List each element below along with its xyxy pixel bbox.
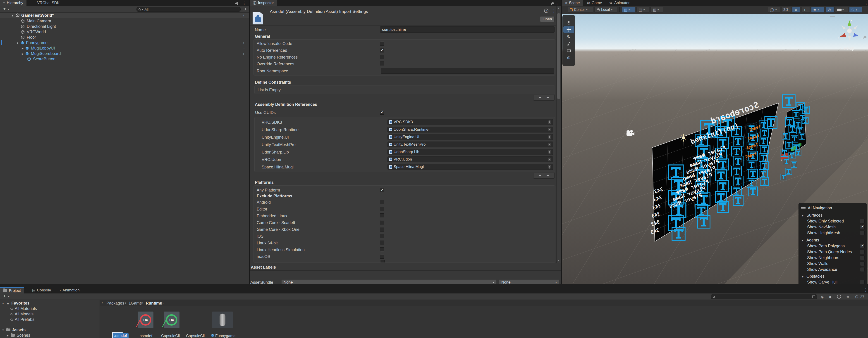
open-search-window-icon[interactable] (812, 296, 815, 298)
orientation-gizmo[interactable] (836, 17, 864, 44)
hierarchy-item-mugilobbyui[interactable]: MugiLobbyUI (0, 45, 249, 51)
object-picker-icon[interactable] (548, 165, 551, 169)
reference-object-field[interactable]: UnityEngine.UI (388, 134, 553, 140)
projection-label[interactable]: < Persp (840, 46, 855, 51)
gizmo-overlay-handle[interactable] (830, 15, 835, 17)
tab-hierarchy[interactable]: ≡Hierarchy (0, 0, 27, 6)
inspector-header-menu-icon[interactable]: ⋮ (552, 9, 556, 13)
reference-object-field[interactable]: Space.Hiina.Mugi (388, 164, 553, 170)
reference-object-field[interactable]: UdonSharp.Lib (388, 149, 553, 155)
show-heightmesh-row[interactable]: Show HeightMesh (799, 230, 867, 236)
platform-checkbox-partial[interactable] (380, 260, 384, 263)
all-materials-item[interactable]: All Materials (0, 306, 100, 311)
agents-section[interactable]: Agents (799, 237, 867, 243)
show-neighbours-row[interactable]: Show Neighbours (799, 255, 867, 261)
scrollbar-thumb[interactable] (557, 13, 560, 99)
favorites-filter-icon[interactable]: ★ (846, 294, 850, 299)
chevron-down-icon[interactable] (16, 41, 19, 45)
transform-tool-button[interactable]: ⊕ (563, 54, 574, 61)
breadcrumb-packages[interactable]: Packages (106, 301, 124, 306)
remove-button[interactable] (547, 173, 549, 178)
overlay-drag-handle[interactable] (801, 207, 806, 209)
show-avoidance-row[interactable]: Show Avoidance (799, 267, 867, 272)
platform-checkbox[interactable] (380, 241, 384, 245)
platform-checkbox[interactable] (380, 247, 384, 252)
platform-checkbox[interactable] (380, 234, 384, 238)
scene-menu-icon[interactable]: ⋮ (864, 1, 868, 6)
asset-capsule-script-1[interactable] (164, 311, 180, 328)
reference-object-field[interactable]: Unity.TextMeshPro (388, 141, 553, 147)
project-create-caret-icon[interactable]: ▾ (8, 295, 9, 298)
show-only-selected-row[interactable]: Show Only Selected (799, 218, 867, 224)
show-path-polygons-row[interactable]: Show Path Polygons (799, 243, 867, 249)
object-picker-icon[interactable] (548, 158, 551, 161)
scene-row-menu-icon[interactable]: ⋮ (242, 13, 246, 18)
favorites-item[interactable]: ★Favorites (0, 301, 100, 306)
hierarchy-item-directional-light[interactable]: Directional Light (0, 24, 249, 29)
checkbox[interactable] (860, 244, 865, 248)
object-picker-icon[interactable] (548, 128, 551, 131)
auto-referenced-checkbox[interactable] (380, 48, 384, 53)
asset-label[interactable]: CapsuleCli... (186, 334, 208, 338)
scale-tool-button[interactable] (563, 40, 574, 47)
reference-object-field[interactable]: VRC.SDK3 (388, 119, 553, 125)
asset-label-selected[interactable]: asmdef (113, 333, 129, 338)
orientation-button[interactable]: Local▾ (594, 7, 617, 13)
2d-toggle-button[interactable]: 2D (781, 7, 791, 13)
chevron-right-icon[interactable] (22, 46, 24, 50)
hierarchy-scene-row[interactable]: GameTestWorld* ⋮ (0, 13, 249, 18)
assets-folder-item[interactable]: Assets (0, 327, 100, 333)
chevron-right-icon[interactable] (22, 52, 24, 56)
checkbox[interactable] (860, 261, 865, 266)
platform-checkbox[interactable] (380, 254, 384, 259)
tab-animation[interactable]: ◔Animation (56, 287, 83, 294)
tab-console[interactable]: ▤Console (29, 287, 54, 294)
all-prefabs-item[interactable]: All Prefabs (0, 317, 100, 322)
hierarchy-create-caret-icon[interactable]: ▾ (8, 8, 9, 11)
use-guids-checkbox[interactable] (380, 110, 384, 114)
obstacles-section[interactable]: Obstacles (799, 273, 867, 279)
hierarchy-search-input[interactable]: ▾ All (136, 7, 241, 12)
root-namespace-field[interactable] (381, 68, 554, 74)
tab-game[interactable]: ooGame (584, 0, 605, 6)
snap-settings-button[interactable]: ▥▾ (650, 7, 663, 13)
rotate-tool-button[interactable]: ↻ (563, 33, 574, 40)
asset-label[interactable]: CapsuleCli... (161, 334, 183, 338)
asset-label[interactable]: asmdef (140, 334, 152, 338)
checkbox[interactable] (860, 280, 865, 284)
checkbox[interactable] (860, 219, 865, 224)
filter-by-label-icon[interactable]: ◆ (829, 295, 832, 299)
hierarchy-item-main-camera[interactable]: Main Camera (0, 18, 249, 24)
platform-checkbox[interactable] (380, 213, 384, 218)
open-button[interactable]: Open (540, 16, 555, 22)
asset-label[interactable]: Funnygame (215, 334, 236, 338)
asset-asmdef-udonsharp[interactable] (137, 311, 153, 328)
prefab-open-chevron-icon[interactable]: › (243, 52, 244, 56)
checkbox[interactable] (860, 225, 865, 229)
chevron-down-icon[interactable] (11, 13, 14, 18)
effects-toggle-button[interactable]: ★▾ (811, 7, 824, 13)
increment-snap-button[interactable]: ▤▾ (637, 7, 649, 13)
reference-object-field[interactable]: UdonSharp.Runtime (388, 127, 553, 133)
reference-object-field[interactable]: VRC.Udon (388, 157, 553, 162)
inspector-menu-icon[interactable]: ⋮ (555, 1, 559, 6)
object-picker-icon[interactable] (548, 143, 551, 146)
grid-snap-button[interactable]: ▦▾ (622, 7, 635, 13)
hand-tool-button[interactable] (563, 19, 574, 26)
hierarchy-item-floor[interactable]: Floor (0, 35, 249, 40)
asset-funnygame-prefab[interactable] (212, 311, 233, 328)
inspector-lock-icon[interactable] (551, 3, 554, 5)
ai-navigation-header[interactable]: AI Navigation (799, 205, 867, 211)
show-path-query-nodes-row[interactable]: Show Path Query Nodes (799, 249, 867, 255)
scroll-up-icon[interactable]: ▲ (557, 7, 560, 9)
tab-scene[interactable]: #Scene (562, 0, 583, 6)
shading-mode-button[interactable]: ◯▾ (768, 7, 780, 13)
breadcrumb-runtime[interactable]: Runtime (146, 301, 162, 306)
z-axis-cone[interactable] (853, 33, 859, 37)
breadcrumb-1game[interactable]: 1Game (129, 301, 142, 306)
tab-animator[interactable]: ≫Animator (606, 0, 633, 6)
tab-inspector[interactable]: iInspector (250, 0, 277, 6)
move-tool-button[interactable] (563, 26, 574, 33)
rect-tool-button[interactable] (563, 47, 574, 54)
object-picker-icon[interactable] (548, 135, 551, 139)
